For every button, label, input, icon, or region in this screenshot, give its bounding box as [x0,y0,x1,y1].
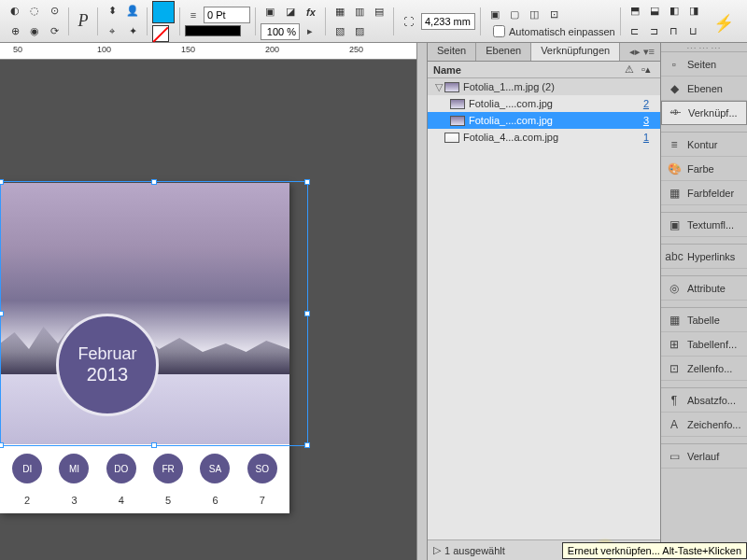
list-item-selected[interactable]: Fotolia_....com.jpg 3 [428,112,660,129]
tool-icon[interactable]: ◌ [25,2,44,21]
align-icon[interactable]: ⊔ [684,22,703,41]
auto-fit-checkbox[interactable] [493,25,505,37]
page-col-icon[interactable]: ▫▴ [638,62,655,78]
weekday-row: DI MI DO FR SA SO [0,444,289,487]
fit-icon[interactable]: ⊡ [544,5,563,23]
tool-icon[interactable]: ◉ [25,22,44,41]
stroke-weight-icon: ≡ [185,7,202,23]
frame-fit-icon[interactable]: ⛶ [399,12,417,31]
tab-seiten[interactable]: Seiten [428,43,476,61]
align-icon[interactable]: ◧ [665,2,684,21]
canvas-area[interactable]: Februar 2013 DI MI DO FR SA SO 2 3 4 5 6… [0,60,416,560]
paragraph-icon[interactable]: P [74,12,92,31]
opacity-input[interactable] [261,23,300,40]
rail-textumfluss[interactable]: ▣Textumfl... [661,213,747,237]
selection-frame[interactable] [0,181,308,446]
rail-farbfelder[interactable]: ▦Farbfelder [661,181,747,205]
rail-grip[interactable]: ⋯⋯⋯ [661,43,747,52]
date-cell: 5 [153,495,183,506]
panel-collapse-bar[interactable] [416,43,428,560]
pages-icon: ▫ [667,57,682,72]
align-icon[interactable]: ⬓ [645,2,664,21]
color-icon: 🎨 [667,161,682,176]
tool-icon[interactable]: ◐ [6,2,24,21]
rail-farbe[interactable]: 🎨Farbe [661,157,747,181]
link-page[interactable]: 1 [643,132,656,143]
tool-icon[interactable]: ⟳ [45,22,63,41]
tool-icon[interactable]: ▣ [261,3,279,21]
warning-col-icon[interactable]: ⚠ [621,62,638,78]
fit-icon[interactable]: ▢ [505,5,524,23]
rail-zellenformate[interactable]: ⊡Zellenfo... [661,357,747,381]
rail-kontur[interactable]: ≡Kontur [661,133,747,157]
align-icon[interactable]: ◨ [684,2,703,21]
weekday-cell: DI [12,454,42,483]
links-icon: ⬲ [668,105,683,120]
selection-status: 1 ausgewählt [444,545,505,556]
fit-icon[interactable]: ▣ [486,5,504,23]
tool-icon[interactable]: ⊕ [6,22,24,41]
align-icon[interactable]: ⊏ [626,22,644,41]
textwrap-icon[interactable]: ▤ [370,2,388,21]
link-page[interactable]: 3 [643,115,656,126]
rail-tabellenformate[interactable]: ⊞Tabellenf... [661,332,747,357]
rail-seiten[interactable]: ▫Seiten [661,52,747,77]
tab-ebenen[interactable]: Ebenen [476,43,531,61]
date-cell: 4 [106,495,136,506]
rail-zeichenformate[interactable]: AZeichenfo... [661,413,747,437]
column-header: Name ⚠ ▫▴ [428,62,660,78]
quick-apply-icon[interactable]: ⚡ [713,13,734,34]
textwrap-icon[interactable]: ▥ [350,2,369,21]
stroke-weight-input[interactable] [204,7,250,23]
date-row: 2 3 4 5 6 7 [0,487,289,513]
tab-verknuepfungen[interactable]: Verknüpfungen [531,43,620,61]
list-item-parent[interactable]: ▽ Fotolia_1...m.jpg (2) [428,78,660,95]
list-item[interactable]: Fotolia_....com.jpg 2 [428,95,660,112]
align-icon[interactable]: ⬒ [626,2,644,21]
textwrap-icon[interactable]: ▧ [331,21,349,40]
effects-icon[interactable]: fx [302,3,320,21]
align-icon[interactable]: ⊐ [645,22,664,41]
disclosure-icon[interactable]: ▷ [433,544,441,556]
rail-verlauf[interactable]: ▭Verlauf [661,444,747,469]
rail-tabelle[interactable]: ▦Tabelle [661,308,747,332]
panel-menu-icon[interactable]: ▾≡ [643,46,655,58]
rail-absatzformate[interactable]: ¶Absatzfo... [661,388,747,413]
tool-icon[interactable]: ⌖ [103,22,121,41]
rail-hyperlinks[interactable]: abcHyperlinks [661,245,747,269]
list-item[interactable]: Fotolia_4...a.com.jpg 1 [428,129,660,146]
measure-input[interactable] [421,13,475,30]
textwrap-icon[interactable]: ▦ [331,2,349,21]
tool-icon[interactable]: ⬍ [103,2,121,21]
stroke-style-swatch[interactable] [185,25,241,36]
rail-ebenen[interactable]: ◆Ebenen [661,77,747,101]
cell-styles-icon: ⊡ [667,361,682,376]
tool-icon[interactable]: 👤 [123,2,142,21]
panel-collapse-icon[interactable]: ◂▸ [629,46,641,58]
col-name[interactable]: Name [433,64,621,76]
textwrap-icon: ▣ [667,217,682,232]
link-name: Fotolia_4...a.com.jpg [463,132,643,143]
tool-icon[interactable]: ⊙ [45,2,63,21]
weekday-cell: FR [153,454,183,483]
rail-verknuepfungen[interactable]: ⬲Verknüpf... [661,101,747,125]
rail-attribute[interactable]: ◎Attribute [661,276,747,301]
date-cell: 3 [59,495,89,506]
link-page[interactable]: 2 [643,98,656,109]
date-cell: 6 [200,495,230,506]
date-cell: 7 [247,495,277,506]
link-name: Fotolia_1...m.jpg (2) [463,81,656,92]
links-list[interactable]: ▽ Fotolia_1...m.jpg (2) Fotolia_....com.… [428,78,660,539]
textwrap-icon[interactable]: ▨ [350,21,369,40]
align-icon[interactable]: ⊓ [665,22,684,41]
drop-shadow-icon[interactable]: ◪ [281,3,300,21]
disclosure-icon[interactable]: ▽ [435,81,444,93]
fit-icon[interactable]: ◫ [525,5,543,23]
link-name: Fotolia_....com.jpg [469,115,643,126]
stroke-none-swatch[interactable] [152,25,169,42]
tool-icon[interactable]: ✦ [123,22,142,41]
fill-color-swatch[interactable] [152,1,175,23]
weekday-cell: SA [200,454,230,483]
dropdown-icon[interactable]: ▸ [302,23,318,40]
thumbnail-icon [450,99,465,109]
